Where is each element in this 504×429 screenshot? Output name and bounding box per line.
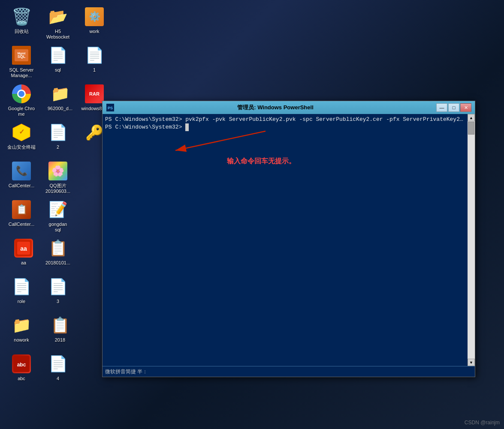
4-icon: 📄 bbox=[48, 354, 68, 374]
callcenter2-label: CallCenter... bbox=[9, 222, 35, 227]
minimize-button[interactable]: — bbox=[436, 103, 447, 112]
desktop-icon-sql-server[interactable]: SQL Mgmt SQL ServerManage... bbox=[4, 43, 39, 81]
callcenter1-icon: 📞 bbox=[11, 161, 32, 181]
jinshan-label: 金山安全终端 bbox=[7, 144, 36, 150]
2-label: 2 bbox=[57, 144, 59, 150]
watermark: CSDN @rainjm bbox=[465, 420, 500, 426]
desktop-icon-962000d[interactable]: 📁 962000_d... bbox=[43, 81, 77, 120]
desktop-icon-1[interactable]: 📄 1 bbox=[77, 43, 112, 81]
statusbar-text: 微软拼音简捷 半： bbox=[105, 368, 148, 375]
close-button[interactable]: ✕ bbox=[460, 103, 471, 112]
nowork-label: nowork bbox=[14, 337, 29, 343]
abc-label: abc bbox=[18, 376, 25, 381]
2018-label: 2018 bbox=[55, 337, 65, 343]
1-label: 1 bbox=[93, 67, 96, 73]
desktop-icon-2018[interactable]: 📋 2018 bbox=[43, 313, 77, 351]
powershell-controls: — □ ✕ bbox=[436, 103, 471, 112]
svg-text:✓: ✓ bbox=[19, 128, 24, 135]
powershell-terminal[interactable]: PS C:\Windows\System32> pvk2pfx -pvk Ser… bbox=[103, 114, 468, 366]
desktop-icon-qq-image[interactable]: 🌸 QQ图片20190603... bbox=[41, 159, 75, 197]
chrome-icon bbox=[11, 84, 32, 104]
sql-server-icon: SQL Mgmt bbox=[11, 45, 32, 66]
work-icon: ⚙️ bbox=[84, 6, 105, 27]
desktop-icon-callcenter2[interactable]: 📋 CallCenter... bbox=[4, 197, 39, 236]
ps-command-line-1: PS C:\Windows\System32> pvk2pfx -pvk Ser… bbox=[105, 116, 465, 123]
desktop-icon-recycle-bin[interactable]: 🗑️ 回收站 bbox=[4, 4, 39, 43]
annotation-text: 输入命令回车无提示。 bbox=[227, 157, 296, 166]
3-label: 3 bbox=[57, 299, 59, 304]
desktop-icon-gongdansql[interactable]: 📝 gongdansql bbox=[41, 197, 75, 236]
sql-file-label: sql bbox=[55, 67, 61, 73]
desktop-icons: 🗑️ 回收站 SQL Mgmt SQL ServerManage... bbox=[4, 4, 103, 416]
key-icon: 🔑 bbox=[84, 122, 105, 143]
powershell-scrollbar[interactable]: ▲ ▼ bbox=[468, 114, 475, 366]
desktop-icon-jinshan[interactable]: ✓ 金山安全终端 bbox=[4, 120, 39, 159]
aa-label: aa bbox=[21, 260, 26, 266]
desktop-icon-h5websocket[interactable]: 📂 H5Websocket bbox=[41, 4, 75, 43]
desktop-icon-aa[interactable]: aa aa bbox=[6, 236, 41, 274]
desktop-icon-abc[interactable]: abc abc bbox=[4, 351, 39, 390]
svg-text:Mgmt: Mgmt bbox=[18, 52, 26, 55]
callcenter2-icon: 📋 bbox=[11, 199, 32, 220]
powershell-title-text: 管理员: Windows PowerShell bbox=[115, 104, 436, 111]
qq-image-icon: 🌸 bbox=[48, 161, 68, 181]
svg-line-14 bbox=[175, 131, 266, 150]
recycle-bin-icon: 🗑️ bbox=[11, 6, 32, 27]
3-icon: 📄 bbox=[48, 276, 68, 297]
svg-text:abc: abc bbox=[17, 362, 26, 368]
role-label: role bbox=[18, 299, 25, 304]
sql-server-label: SQL ServerManage... bbox=[9, 67, 33, 78]
h5websocket-label: H5Websocket bbox=[46, 29, 69, 40]
aa-icon: aa bbox=[13, 238, 34, 258]
powershell-content: PS C:\Windows\System32> pvk2pfx -pvk Ser… bbox=[103, 114, 475, 366]
svg-text:aa: aa bbox=[20, 245, 27, 252]
desktop-icon-4[interactable]: 📄 4 bbox=[41, 351, 75, 390]
work-label: work bbox=[89, 29, 99, 34]
powershell-window[interactable]: PS 管理员: Windows PowerShell — □ ✕ PS C:\W… bbox=[102, 101, 475, 377]
h5websocket-icon: 📂 bbox=[48, 6, 68, 27]
ps-command-line-2: PS C:\Windows\System32> bbox=[105, 123, 465, 131]
recycle-bin-label: 回收站 bbox=[15, 29, 29, 34]
role-icon: 📄 bbox=[11, 276, 32, 297]
scrollbar-up-button[interactable]: ▲ bbox=[468, 114, 475, 121]
powershell-titlebar: PS 管理员: Windows PowerShell — □ ✕ bbox=[103, 101, 475, 114]
1-icon: 📄 bbox=[84, 45, 105, 66]
2018-icon: 📋 bbox=[50, 315, 70, 336]
962000d-icon: 📁 bbox=[50, 84, 70, 104]
2-icon: 📄 bbox=[48, 122, 68, 143]
desktop-icon-nowork[interactable]: 📁 nowork bbox=[4, 313, 39, 351]
962000d-label: 962000_d... bbox=[48, 106, 72, 111]
desktop-icon-callcenter1[interactable]: 📞 CallCenter... bbox=[4, 159, 39, 197]
20180101-icon: 📋 bbox=[48, 238, 68, 258]
jinshan-icon: ✓ bbox=[11, 122, 32, 143]
sql-file-icon: 📄 bbox=[48, 45, 68, 66]
20180101-label: 20180101... bbox=[45, 260, 70, 266]
nowork-icon: 📁 bbox=[11, 315, 32, 336]
desktop-icon-2[interactable]: 📄 2 bbox=[41, 120, 75, 159]
svg-text:PS: PS bbox=[108, 106, 113, 110]
gongdansql-label: gongdansql bbox=[49, 222, 67, 233]
desktop-icon-chrome[interactable]: Google Chrome bbox=[4, 81, 39, 120]
desktop-icon-3[interactable]: 📄 3 bbox=[41, 274, 75, 313]
desktop-icon-sql-file[interactable]: 📄 sql bbox=[41, 43, 75, 81]
scrollbar-thumb[interactable] bbox=[468, 122, 474, 135]
svg-text:SQL: SQL bbox=[18, 54, 26, 59]
maximize-button[interactable]: □ bbox=[448, 103, 459, 112]
scrollbar-track[interactable] bbox=[468, 121, 475, 359]
desktop-icon-20180101[interactable]: 📋 20180101... bbox=[41, 236, 75, 274]
qq-image-label: QQ图片20190603... bbox=[45, 183, 70, 194]
desktop: 🗑️ 回收站 SQL Mgmt SQL ServerManage... bbox=[0, 0, 504, 429]
desktop-icon-work[interactable]: ⚙️ work bbox=[77, 4, 112, 43]
gongdansql-icon: 📝 bbox=[48, 199, 68, 220]
4-label: 4 bbox=[57, 376, 59, 381]
scrollbar-down-button[interactable]: ▼ bbox=[468, 359, 475, 366]
desktop-icon-role[interactable]: 📄 role bbox=[4, 274, 39, 313]
powershell-statusbar: 微软拼音简捷 半： bbox=[103, 366, 475, 377]
chrome-label: Google Chrome bbox=[6, 106, 36, 117]
abc-icon: abc bbox=[11, 354, 32, 374]
powershell-title-icon: PS bbox=[106, 103, 115, 112]
windows8-icon: RAR bbox=[84, 84, 105, 104]
callcenter1-label: CallCenter... bbox=[9, 183, 35, 189]
annotation-arrow bbox=[171, 123, 300, 251]
